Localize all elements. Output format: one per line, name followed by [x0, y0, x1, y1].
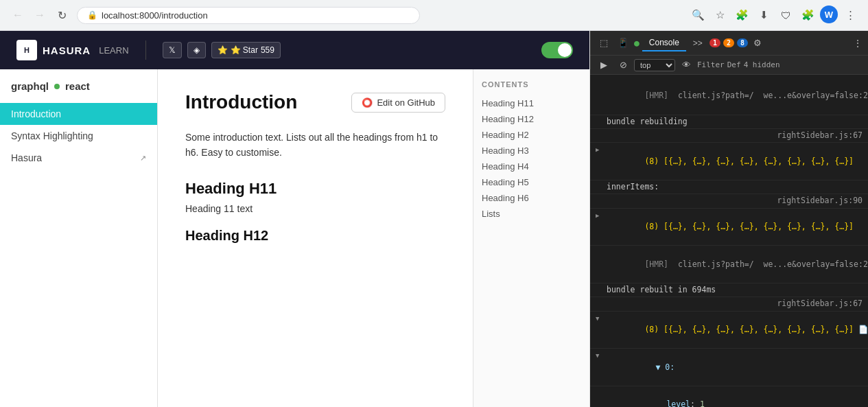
- intro-text: Some introduction text. Lists out all th…: [185, 130, 445, 161]
- shield-button[interactable]: 🛡: [776, 5, 795, 25]
- def-label: Def: [727, 60, 741, 69]
- toc-sidebar: CONTENTS Heading H11 Heading H12 Heading…: [473, 69, 589, 407]
- tag-graphql: graphql: [11, 80, 49, 92]
- dot-separator: [54, 84, 60, 89]
- devtools-settings-button[interactable]: ⚙: [753, 38, 762, 48]
- site-content: Introduction ⭕ Edit on GitHub Some intro…: [158, 69, 473, 407]
- address-bar[interactable]: 🔒 localhost:8000/introduction: [77, 7, 420, 24]
- app-container: H HASURA LEARN 𝕏 ◈ ⭐ ⭐ Star 559: [0, 31, 868, 407]
- heading-h12: Heading H12: [185, 228, 445, 244]
- browser-chrome: ← → ↻ 🔒 localhost:8000/introduction 🔍 ☆ …: [0, 0, 868, 31]
- filter-label: Filter: [697, 60, 725, 69]
- extensions-button[interactable]: 🧩: [732, 5, 751, 25]
- toc-item-h11[interactable]: Heading H11: [482, 95, 581, 111]
- sidebar-item-label: Hasura: [11, 152, 42, 163]
- logo-icon-text: H: [24, 46, 30, 54]
- back-button[interactable]: ←: [8, 5, 27, 25]
- puzzle-button[interactable]: 🧩: [798, 5, 817, 25]
- console-line: [HMR] client.js?path=/ we...e&overlay=fa…: [590, 78, 868, 115]
- devtools-device-button[interactable]: 📱: [615, 35, 631, 51]
- devtools-close-button[interactable]: ⋮: [853, 38, 863, 49]
- logo-area: H HASURA LEARN: [16, 40, 129, 60]
- browser-actions: 🔍 ☆ 🧩 ⬇ 🛡 🧩 W ⋮: [688, 5, 860, 25]
- tab-console[interactable]: Console: [642, 35, 686, 51]
- github-icon: ⭕: [362, 97, 373, 108]
- tech-tags: graphql react: [0, 80, 157, 103]
- logo-brand: HASURA: [43, 45, 91, 56]
- page-header: Introduction ⭕ Edit on GitHub: [185, 91, 445, 113]
- tag-react: react: [65, 80, 90, 92]
- console-line: (8) [{…}, {…}, {…}, {…}, {…}, {…}, {…}, …: [590, 312, 868, 349]
- toc-item-h12[interactable]: Heading H12: [482, 111, 581, 127]
- info-badge: 8: [737, 38, 748, 47]
- toc-item-h5[interactable]: Heading H5: [482, 174, 581, 190]
- warning-badge: 2: [723, 38, 734, 47]
- console-line: rightSidebar.js:67: [590, 297, 868, 311]
- console-line: ▼ 0:: [590, 349, 868, 386]
- devtools-inspect-button[interactable]: ⬚: [596, 35, 612, 51]
- edit-github-button[interactable]: ⭕ Edit on GitHub: [351, 93, 445, 113]
- heading-h11-text: Heading 11 text: [185, 203, 445, 214]
- context-selector[interactable]: top: [634, 59, 675, 71]
- forward-button[interactable]: →: [30, 5, 49, 25]
- console-line: bundle rebuilt in 694ms: [590, 283, 868, 297]
- nav-buttons: ← → ↻: [8, 5, 71, 25]
- header-social: 𝕏 ◈ ⭐ ⭐ Star 559: [163, 42, 281, 58]
- account-button[interactable]: ⬇: [754, 5, 773, 25]
- devtools-header: ⬚ 📱 ● Console >> 1 2 8 ⚙ ⋮: [590, 31, 868, 56]
- discord-icon: ◈: [193, 45, 200, 55]
- error-badge: 1: [709, 38, 720, 47]
- star-label: ⭐ Star: [231, 45, 258, 55]
- star-button[interactable]: ⭐ ⭐ Star 559: [211, 42, 281, 58]
- sidebar-item-introduction[interactable]: Introduction: [0, 103, 157, 125]
- tab-more[interactable]: >>: [689, 37, 707, 49]
- console-line: (8) [{…}, {…}, {…}, {…}, {…}, {…}, {…}, …: [590, 209, 868, 246]
- edit-github-label: Edit on GitHub: [377, 97, 435, 108]
- console-line: [HMR] client.js?path=/ we...e&overlay=fa…: [590, 246, 868, 283]
- lock-icon: 🔒: [87, 10, 97, 20]
- devtools-block-button[interactable]: ⊘: [615, 57, 631, 73]
- theme-toggle[interactable]: [541, 42, 573, 58]
- logo-icon: H: [16, 40, 37, 60]
- github-icon: ⭐: [218, 45, 228, 55]
- external-link-icon: ↗: [140, 154, 146, 163]
- devtools-eye-button[interactable]: 👁: [678, 57, 694, 73]
- console-line: rightSidebar.js:90: [590, 194, 868, 208]
- twitter-icon: 𝕏: [169, 45, 176, 55]
- heading-h11: Heading H11: [185, 180, 445, 198]
- console-line: (8) [{…}, {…}, {…}, {…}, {…}, {…}, {…}, …: [590, 143, 868, 181]
- toc-item-h4[interactable]: Heading H4: [482, 159, 581, 174]
- toc-item-lists[interactable]: Lists: [482, 206, 581, 222]
- site-body: graphql react Introduction Syntax Highli…: [0, 69, 589, 407]
- devtools-play-button[interactable]: ▶: [596, 57, 612, 73]
- bookmark-button[interactable]: ☆: [710, 5, 729, 25]
- toc-item-h2[interactable]: Heading H2: [482, 127, 581, 143]
- devtools-dot-icon: ●: [634, 38, 640, 48]
- page-title: Introduction: [185, 91, 297, 113]
- logo-sub: LEARN: [99, 45, 128, 56]
- site-panel: H HASURA LEARN 𝕏 ◈ ⭐ ⭐ Star 559: [0, 31, 590, 407]
- devtools-toolbar: ▶ ⊘ top 👁 Filter Def 4 hidden: [590, 56, 868, 75]
- console-line: bundle rebuilding: [590, 115, 868, 129]
- menu-button[interactable]: ⋮: [841, 5, 860, 25]
- toc-item-h6[interactable]: Heading H6: [482, 190, 581, 206]
- hidden-count: 4 hidden: [744, 60, 780, 69]
- toc-item-h3[interactable]: Heading H3: [482, 143, 581, 159]
- url-text: localhost:8000/introduction: [102, 10, 208, 21]
- site-sidebar: graphql react Introduction Syntax Highli…: [0, 69, 158, 407]
- console-line: level: 1: [590, 386, 868, 407]
- site-header: H HASURA LEARN 𝕏 ◈ ⭐ ⭐ Star 559: [0, 31, 589, 69]
- header-divider: [145, 40, 146, 60]
- sidebar-item-syntax-highlighting[interactable]: Syntax Highlighting: [0, 125, 157, 147]
- reload-button[interactable]: ↻: [52, 5, 71, 25]
- toc-title: CONTENTS: [482, 80, 581, 89]
- devtools-console[interactable]: [HMR] client.js?path=/ we...e&overlay=fa…: [590, 75, 868, 407]
- star-count: 559: [261, 45, 274, 55]
- console-line: innerItems:: [590, 181, 868, 194]
- discord-button[interactable]: ◈: [187, 42, 206, 58]
- search-button[interactable]: 🔍: [688, 5, 707, 25]
- sidebar-item-hasura[interactable]: Hasura ↗: [0, 147, 157, 169]
- user-avatar[interactable]: W: [820, 5, 838, 23]
- devtools-panel: ⬚ 📱 ● Console >> 1 2 8 ⚙ ⋮ ▶ ⊘ top 👁 Fil…: [590, 31, 868, 407]
- twitter-button[interactable]: 𝕏: [163, 42, 182, 58]
